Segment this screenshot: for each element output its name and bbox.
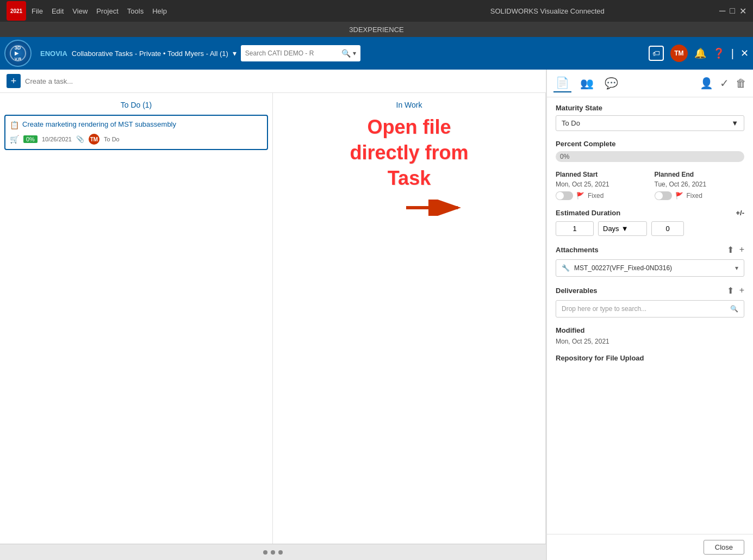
task-create-bar: + — [0, 70, 546, 93]
progress-bar: 0% — [556, 151, 744, 162]
create-task-input[interactable] — [25, 77, 539, 85]
attachment-clip-icon: 📎 — [76, 135, 84, 143]
comments-tab-icon[interactable]: 💬 — [602, 74, 620, 92]
task-card-title-text: Create marketing rendering of MST subass… — [22, 120, 176, 128]
task-percent-badge: 0% — [23, 135, 38, 143]
breadcrumb-dropdown-icon[interactable]: ▾ — [233, 49, 237, 58]
menu-view[interactable]: View — [72, 7, 88, 15]
bottom-dots — [0, 544, 546, 560]
dates-row: Planned Start Mon, Oct 25, 2021 🚩 Fixed … — [556, 171, 744, 200]
menu-help[interactable]: Help — [152, 7, 167, 15]
flag-icon-end: 🚩 — [675, 192, 683, 200]
deliverables-search-icon: 🔍 — [730, 305, 738, 313]
modified-section: Modified Mon, Oct 25, 2021 — [556, 326, 744, 345]
deliverables-drop-zone[interactable]: Drop here or type to search... 🔍 — [556, 300, 744, 318]
task-status-text: To Do — [104, 136, 120, 142]
repository-section: Repository for File Upload — [556, 354, 744, 362]
close-nav-icon[interactable]: ✕ — [740, 47, 749, 59]
left-panel: + To Do (1) 📋 Create marketing rendering… — [0, 70, 546, 560]
search-input[interactable] — [245, 49, 339, 57]
duration-unit-select[interactable]: Days ▼ — [598, 221, 647, 236]
minimize-icon[interactable]: ─ — [719, 6, 725, 16]
task-date: 10/26/2021 — [42, 136, 72, 142]
add-attachment-icon[interactable]: + — [739, 245, 744, 255]
planned-end-fixed-row: 🚩 Fixed — [655, 191, 745, 200]
duration-amount-input[interactable] — [556, 221, 594, 236]
toolbar-actions: 👤 ✓ 🗑 — [700, 77, 746, 90]
todo-column: To Do (1) 📋 Create marketing rendering o… — [0, 93, 273, 544]
title-bar: 2021 File Edit View Project Tools Help S… — [0, 0, 753, 22]
planned-end-toggle[interactable] — [655, 191, 672, 200]
annotation-area: Open file directly from Task — [277, 115, 541, 216]
compass-inner: 3D▶V.R — [10, 45, 26, 61]
annotation-text: Open file directly from Task — [350, 115, 468, 191]
todo-header: To Do (1) — [4, 97, 268, 115]
maturity-state-select[interactable]: To Do ▼ — [556, 115, 744, 131]
planned-start-col: Planned Start Mon, Oct 25, 2021 🚩 Fixed — [556, 171, 646, 200]
planned-start-fixed-label: Fixed — [588, 192, 603, 200]
right-toolbar: 📄 👥 💬 👤 ✓ 🗑 — [547, 70, 753, 97]
experience-bar: 3DEXPERIENCE — [0, 22, 753, 37]
dot-1 — [263, 550, 267, 555]
close-window-icon[interactable]: ✕ — [739, 6, 746, 16]
avatar[interactable]: TM — [670, 45, 688, 62]
people-tab-icon[interactable]: 👥 — [578, 74, 596, 92]
attachment-dropdown-icon[interactable]: ▾ — [735, 264, 738, 272]
deliverables-actions: ⬆ + — [727, 285, 744, 296]
menu-project[interactable]: Project — [96, 7, 118, 15]
tags-icon[interactable]: 🏷 — [649, 46, 664, 61]
right-footer: Close — [547, 534, 753, 560]
add-task-button[interactable]: + — [7, 74, 21, 88]
enovia-label: ENOVIA — [40, 49, 67, 58]
duration-header-row: Estimated Duration +/- — [556, 209, 744, 217]
close-button[interactable]: Close — [704, 540, 744, 555]
columns-area: To Do (1) 📋 Create marketing rendering o… — [0, 93, 546, 544]
search-dropdown-icon[interactable]: ▾ — [353, 49, 356, 57]
menu-tools[interactable]: Tools — [127, 7, 144, 15]
app-title: SOLIDWORKS Visualize Connected — [376, 7, 720, 15]
attachments-actions: ⬆ + — [727, 245, 744, 255]
arrow-row — [350, 200, 468, 216]
task-card-meta: 🛒 0% 10/26/2021 📎 TM To Do — [10, 134, 263, 145]
task-card[interactable]: 📋 Create marketing rendering of MST suba… — [4, 115, 268, 150]
attachments-header-row: Attachments ⬆ + — [556, 245, 744, 255]
complete-action[interactable]: ✓ — [720, 77, 729, 90]
maximize-icon[interactable]: □ — [730, 6, 735, 16]
maturity-state-field: Maturity State To Do ▼ — [556, 104, 744, 131]
flag-icon-start: 🚩 — [576, 192, 584, 200]
delete-action[interactable]: 🗑 — [736, 77, 746, 90]
menu-edit[interactable]: Edit — [52, 7, 64, 15]
help-icon[interactable]: ❓ — [713, 47, 725, 59]
nav-separator: | — [731, 47, 734, 60]
plus-minus-input[interactable] — [651, 221, 684, 236]
todo-count: (1) — [142, 101, 152, 109]
planned-end-label: Planned End — [655, 171, 745, 178]
search-icon: 🔍 — [341, 49, 351, 58]
planned-start-toggle[interactable] — [556, 191, 573, 200]
notifications-icon[interactable]: 🔔 — [694, 47, 706, 59]
task-card-title-row: 📋 Create marketing rendering of MST suba… — [10, 120, 263, 129]
search-bar[interactable]: 🔍 ▾ — [241, 45, 360, 61]
top-nav: 3D▶V.R ENOVIA Collaborative Tasks - Priv… — [0, 37, 753, 70]
menu-file[interactable]: File — [32, 7, 43, 15]
sw-logo: 2021 — [7, 1, 26, 21]
details-tab-icon[interactable]: 📄 — [553, 74, 571, 92]
breadcrumb: Collaborative Tasks - Private • Todd Mye… — [72, 49, 228, 58]
deliverables-section: Deliverables ⬆ + Drop here or type to se… — [556, 285, 744, 318]
attachments-label: Attachments — [556, 246, 727, 254]
upload-deliverable-icon[interactable]: ⬆ — [727, 285, 734, 296]
arrow-icon — [403, 200, 469, 216]
main-content: + To Do (1) 📋 Create marketing rendering… — [0, 70, 753, 560]
upload-attachment-icon[interactable]: ⬆ — [727, 245, 734, 255]
planned-end-col: Planned End Tue, Oct 26, 2021 🚩 Fixed — [655, 171, 745, 200]
inwork-column: In Work Open file directly from Task — [273, 93, 546, 544]
duration-label: Estimated Duration — [556, 209, 620, 217]
maturity-dropdown-icon: ▼ — [731, 119, 738, 127]
compass-button[interactable]: 3D▶V.R — [4, 40, 32, 67]
add-person-action[interactable]: 👤 — [700, 77, 713, 90]
add-deliverable-icon[interactable]: + — [739, 285, 744, 296]
attachment-item[interactable]: 🔧 MST_00227(VFF_Fixed-0ND316) ▾ — [556, 259, 744, 277]
task-cart-icon: 🛒 — [10, 135, 19, 144]
repository-label: Repository for File Upload — [556, 354, 744, 362]
estimated-duration-section: Estimated Duration +/- Days ▼ — [556, 209, 744, 236]
